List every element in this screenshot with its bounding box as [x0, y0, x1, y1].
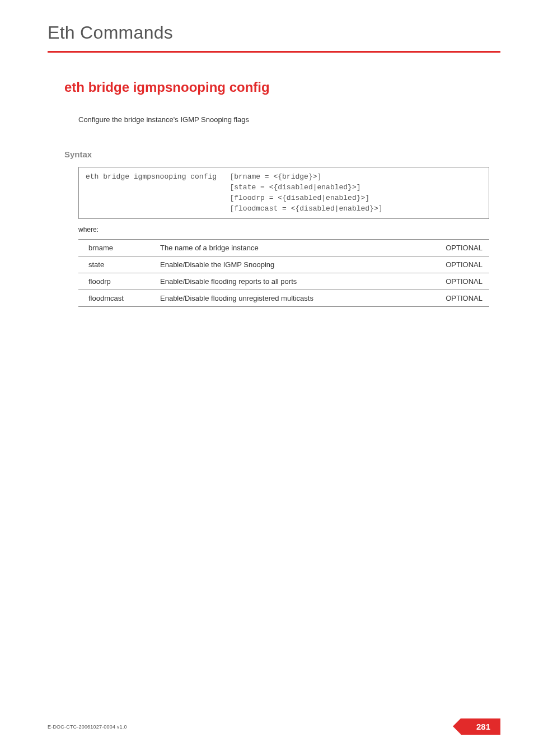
doc-id: E-DOC-CTC-20061027-0004 v1.0	[48, 724, 127, 730]
param-opt: OPTIONAL	[428, 273, 489, 290]
command-description: Configure the bridge instance's IGMP Sno…	[78, 115, 500, 124]
param-name: floodrp	[78, 273, 157, 290]
param-opt: OPTIONAL	[428, 240, 489, 256]
param-desc: Enable/Disable the IGMP Snooping	[157, 256, 428, 273]
header-rule	[48, 51, 500, 53]
table-row: floodrp Enable/Disable flooding reports …	[78, 273, 489, 290]
param-name: floodmcast	[78, 290, 157, 307]
command-title: eth bridge igmpsnooping config	[64, 80, 500, 95]
syntax-command: eth bridge igmpsnooping config	[86, 172, 229, 214]
syntax-box: eth bridge igmpsnooping config [brname =…	[78, 167, 489, 219]
table-row: state Enable/Disable the IGMP Snooping O…	[78, 256, 489, 273]
param-name: state	[78, 256, 157, 273]
table-row: brname The name of a bridge instance OPT…	[78, 240, 489, 256]
params-table: brname The name of a bridge instance OPT…	[78, 239, 489, 307]
param-opt: OPTIONAL	[428, 256, 489, 273]
page-footer: E-DOC-CTC-20061027-0004 v1.0 281	[48, 718, 500, 735]
param-desc: Enable/Disable flooding unregistered mul…	[157, 290, 428, 307]
table-row: floodmcast Enable/Disable flooding unreg…	[78, 290, 489, 307]
where-label: where:	[78, 226, 500, 234]
param-desc: The name of a bridge instance	[157, 240, 428, 256]
param-desc: Enable/Disable flooding reports to all p…	[157, 273, 428, 290]
param-name: brname	[78, 240, 157, 256]
syntax-args: [brname = <{bridge}>] [state = <{disable…	[229, 172, 482, 214]
syntax-heading: Syntax	[64, 150, 500, 159]
page-number-badge: 281	[461, 718, 500, 735]
param-opt: OPTIONAL	[428, 290, 489, 307]
page-header-title: Eth Commands	[48, 22, 500, 43]
